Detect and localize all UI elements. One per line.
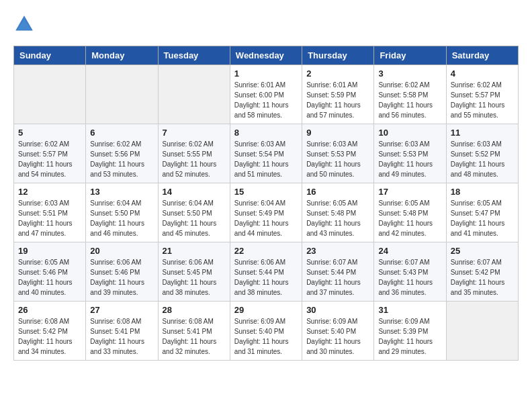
day-number: 18 xyxy=(451,187,514,197)
day-number: 2 xyxy=(306,68,369,79)
day-number: 11 xyxy=(451,128,514,138)
day-of-week-header: Monday xyxy=(86,46,158,65)
calendar-cell: 5Sunrise: 6:02 AMSunset: 5:57 PMDaylight… xyxy=(14,124,86,183)
calendar-cell: 20Sunrise: 6:06 AMSunset: 5:46 PMDayligh… xyxy=(86,242,158,302)
day-number: 25 xyxy=(451,246,514,256)
day-number: 9 xyxy=(306,128,369,138)
calendar-cell: 15Sunrise: 6:04 AMSunset: 5:49 PMDayligh… xyxy=(230,183,302,242)
day-info: Sunrise: 6:05 AMSunset: 5:46 PMDaylight:… xyxy=(18,257,81,298)
day-number: 3 xyxy=(378,68,441,79)
calendar-cell: 18Sunrise: 6:05 AMSunset: 5:47 PMDayligh… xyxy=(446,183,518,242)
day-info: Sunrise: 6:03 AMSunset: 5:53 PMDaylight:… xyxy=(306,139,369,179)
calendar-week-row: 1Sunrise: 6:01 AMSunset: 6:00 PMDaylight… xyxy=(14,65,519,124)
calendar-cell: 16Sunrise: 6:05 AMSunset: 5:48 PMDayligh… xyxy=(302,183,374,242)
calendar-cell: 28Sunrise: 6:08 AMSunset: 5:41 PMDayligh… xyxy=(158,302,230,361)
day-number: 12 xyxy=(18,187,81,197)
day-number: 13 xyxy=(90,187,153,197)
calendar-cell: 9Sunrise: 6:03 AMSunset: 5:53 PMDaylight… xyxy=(302,124,374,183)
day-number: 27 xyxy=(90,305,153,315)
calendar-cell: 31Sunrise: 6:09 AMSunset: 5:39 PMDayligh… xyxy=(374,302,446,361)
day-of-week-header: Sunday xyxy=(14,46,86,65)
day-number: 7 xyxy=(163,128,226,138)
calendar-cell: 17Sunrise: 6:05 AMSunset: 5:48 PMDayligh… xyxy=(374,183,446,242)
calendar-table: SundayMondayTuesdayWednesdayThursdayFrid… xyxy=(13,46,519,361)
calendar-cell: 13Sunrise: 6:04 AMSunset: 5:50 PMDayligh… xyxy=(86,183,158,242)
day-number: 23 xyxy=(306,246,369,256)
calendar-cell: 25Sunrise: 6:07 AMSunset: 5:42 PMDayligh… xyxy=(446,242,518,302)
calendar-cell: 12Sunrise: 6:03 AMSunset: 5:51 PMDayligh… xyxy=(14,183,86,242)
day-info: Sunrise: 6:02 AMSunset: 5:55 PMDaylight:… xyxy=(163,139,226,179)
day-info: Sunrise: 6:02 AMSunset: 5:57 PMDaylight:… xyxy=(451,80,514,120)
calendar-cell: 30Sunrise: 6:09 AMSunset: 5:40 PMDayligh… xyxy=(302,302,374,361)
calendar-cell: 24Sunrise: 6:07 AMSunset: 5:43 PMDayligh… xyxy=(374,242,446,302)
day-number: 28 xyxy=(163,305,226,315)
day-info: Sunrise: 6:01 AMSunset: 6:00 PMDaylight:… xyxy=(234,80,298,120)
calendar-week-row: 19Sunrise: 6:05 AMSunset: 5:46 PMDayligh… xyxy=(14,242,519,302)
day-of-week-header: Wednesday xyxy=(230,46,302,65)
day-info: Sunrise: 6:07 AMSunset: 5:44 PMDaylight:… xyxy=(306,257,369,298)
day-info: Sunrise: 6:02 AMSunset: 5:56 PMDaylight:… xyxy=(90,139,153,179)
day-info: Sunrise: 6:03 AMSunset: 5:54 PMDaylight:… xyxy=(234,139,298,179)
logo xyxy=(13,13,38,35)
day-info: Sunrise: 6:01 AMSunset: 5:59 PMDaylight:… xyxy=(306,80,369,120)
day-info: Sunrise: 6:02 AMSunset: 5:58 PMDaylight:… xyxy=(378,80,441,120)
calendar-cell: 4Sunrise: 6:02 AMSunset: 5:57 PMDaylight… xyxy=(446,65,518,124)
calendar-cell: 21Sunrise: 6:06 AMSunset: 5:45 PMDayligh… xyxy=(158,242,230,302)
day-number: 17 xyxy=(378,187,441,197)
day-number: 22 xyxy=(234,246,298,256)
calendar-cell: 19Sunrise: 6:05 AMSunset: 5:46 PMDayligh… xyxy=(14,242,86,302)
day-number: 4 xyxy=(451,68,514,79)
day-info: Sunrise: 6:08 AMSunset: 5:42 PMDaylight:… xyxy=(18,316,81,357)
calendar-cell: 22Sunrise: 6:06 AMSunset: 5:44 PMDayligh… xyxy=(230,242,302,302)
calendar-cell: 6Sunrise: 6:02 AMSunset: 5:56 PMDaylight… xyxy=(86,124,158,183)
day-of-week-header: Saturday xyxy=(446,46,518,65)
day-number: 20 xyxy=(90,246,153,256)
day-info: Sunrise: 6:06 AMSunset: 5:45 PMDaylight:… xyxy=(163,257,226,298)
page-header xyxy=(13,13,519,35)
calendar-week-row: 12Sunrise: 6:03 AMSunset: 5:51 PMDayligh… xyxy=(14,183,519,242)
day-number: 1 xyxy=(234,68,298,79)
calendar-cell xyxy=(446,302,518,361)
day-number: 24 xyxy=(378,246,441,256)
calendar-week-row: 26Sunrise: 6:08 AMSunset: 5:42 PMDayligh… xyxy=(14,302,519,361)
calendar-cell: 29Sunrise: 6:09 AMSunset: 5:40 PMDayligh… xyxy=(230,302,302,361)
day-info: Sunrise: 6:08 AMSunset: 5:41 PMDaylight:… xyxy=(90,316,153,357)
day-info: Sunrise: 6:04 AMSunset: 5:50 PMDaylight:… xyxy=(90,198,153,238)
day-of-week-header: Friday xyxy=(374,46,446,65)
day-info: Sunrise: 6:09 AMSunset: 5:40 PMDaylight:… xyxy=(306,316,369,357)
calendar-cell xyxy=(86,65,158,124)
calendar-cell: 26Sunrise: 6:08 AMSunset: 5:42 PMDayligh… xyxy=(14,302,86,361)
day-info: Sunrise: 6:07 AMSunset: 5:43 PMDaylight:… xyxy=(378,257,441,298)
calendar-cell: 2Sunrise: 6:01 AMSunset: 5:59 PMDaylight… xyxy=(302,65,374,124)
calendar-cell: 7Sunrise: 6:02 AMSunset: 5:55 PMDaylight… xyxy=(158,124,230,183)
day-number: 5 xyxy=(18,128,81,138)
day-number: 15 xyxy=(234,187,298,197)
calendar-cell: 23Sunrise: 6:07 AMSunset: 5:44 PMDayligh… xyxy=(302,242,374,302)
calendar-cell: 1Sunrise: 6:01 AMSunset: 6:00 PMDaylight… xyxy=(230,65,302,124)
calendar-cell: 10Sunrise: 6:03 AMSunset: 5:53 PMDayligh… xyxy=(374,124,446,183)
day-info: Sunrise: 6:06 AMSunset: 5:46 PMDaylight:… xyxy=(90,257,153,298)
day-info: Sunrise: 6:02 AMSunset: 5:57 PMDaylight:… xyxy=(18,139,81,179)
calendar-cell: 8Sunrise: 6:03 AMSunset: 5:54 PMDaylight… xyxy=(230,124,302,183)
day-number: 21 xyxy=(163,246,226,256)
day-info: Sunrise: 6:06 AMSunset: 5:44 PMDaylight:… xyxy=(234,257,298,298)
day-info: Sunrise: 6:08 AMSunset: 5:41 PMDaylight:… xyxy=(163,316,226,357)
day-info: Sunrise: 6:04 AMSunset: 5:49 PMDaylight:… xyxy=(234,198,298,238)
day-info: Sunrise: 6:07 AMSunset: 5:42 PMDaylight:… xyxy=(451,257,514,298)
day-number: 16 xyxy=(306,187,369,197)
calendar-cell xyxy=(14,65,86,124)
day-info: Sunrise: 6:03 AMSunset: 5:53 PMDaylight:… xyxy=(378,139,441,179)
calendar-cell: 3Sunrise: 6:02 AMSunset: 5:58 PMDaylight… xyxy=(374,65,446,124)
day-of-week-header: Tuesday xyxy=(158,46,230,65)
calendar-cell: 27Sunrise: 6:08 AMSunset: 5:41 PMDayligh… xyxy=(86,302,158,361)
day-info: Sunrise: 6:04 AMSunset: 5:50 PMDaylight:… xyxy=(163,198,226,238)
day-info: Sunrise: 6:05 AMSunset: 5:48 PMDaylight:… xyxy=(378,198,441,238)
day-number: 14 xyxy=(163,187,226,197)
calendar-cell: 14Sunrise: 6:04 AMSunset: 5:50 PMDayligh… xyxy=(158,183,230,242)
day-number: 19 xyxy=(18,246,81,256)
day-number: 10 xyxy=(378,128,441,138)
calendar-cell xyxy=(158,65,230,124)
day-number: 29 xyxy=(234,305,298,315)
day-info: Sunrise: 6:09 AMSunset: 5:39 PMDaylight:… xyxy=(378,316,441,357)
logo-icon xyxy=(13,13,35,35)
